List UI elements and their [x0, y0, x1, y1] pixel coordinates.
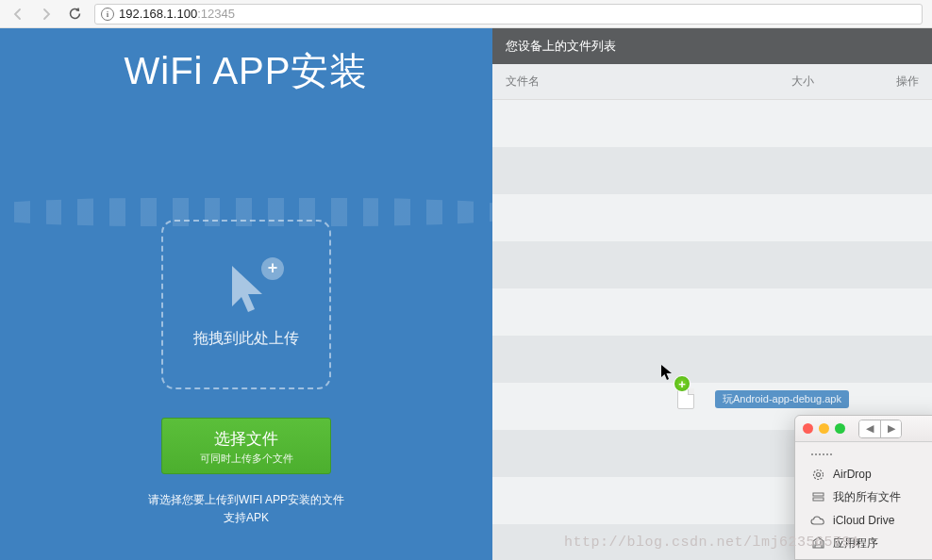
finder-back[interactable]: ◀ — [859, 420, 880, 437]
page-title: WiFi APP安装 — [0, 45, 492, 97]
url-bar[interactable]: i 192.168.1.100:12345 — [94, 4, 923, 25]
url-text: 192.168.1.100:12345 — [119, 7, 235, 21]
select-file-button[interactable]: 选择文件 可同时上传多个文件 — [161, 418, 331, 474]
table-row — [492, 336, 932, 383]
back-button[interactable] — [9, 6, 26, 23]
svg-point-0 — [816, 472, 820, 476]
watermark: http://blog.csdn.net/lmj623565791 — [564, 535, 860, 551]
svg-rect-3 — [813, 498, 824, 501]
select-file-label: 选择文件 — [162, 428, 330, 450]
allfiles-icon — [810, 490, 825, 505]
table-row — [492, 100, 932, 147]
upload-panel: WiFi APP安装 拖拽到此处上传 选择文件 可同时上传多个文件 请选择您要上… — [0, 28, 492, 560]
select-file-sub: 可同时上传多个文件 — [162, 452, 330, 466]
plus-icon — [261, 257, 284, 280]
table-row — [492, 288, 932, 336]
drop-zone[interactable]: 拖拽到此处上传 — [161, 220, 331, 389]
sidebar-item-allfiles[interactable]: 我的所有文件 — [795, 486, 932, 509]
dragged-file[interactable]: 玩Android-app-debug.apk — [677, 388, 849, 409]
traffic-min[interactable] — [819, 423, 829, 434]
drop-text: 拖拽到此处上传 — [193, 329, 299, 349]
col-operation: 操作 — [862, 74, 919, 90]
finder-truncated: ⋯⋯ — [795, 446, 932, 463]
traffic-max[interactable] — [835, 423, 845, 434]
upload-cursor-icon — [218, 261, 275, 318]
reload-button[interactable] — [66, 6, 83, 23]
dragged-file-name: 玩Android-app-debug.apk — [715, 390, 849, 408]
forward-button[interactable] — [38, 6, 55, 23]
svg-rect-2 — [813, 493, 824, 496]
col-size: 大小 — [791, 74, 862, 90]
table-row — [492, 194, 932, 241]
finder-titlebar[interactable]: ◀ ▶ — [795, 416, 932, 442]
drag-add-badge: + — [674, 375, 691, 392]
page-content: WiFi APP安装 拖拽到此处上传 选择文件 可同时上传多个文件 请选择您要上… — [0, 28, 932, 560]
sidebar-item-icloud[interactable]: iCloud Drive — [795, 509, 932, 532]
sidebar-item-label: AirDrop — [833, 468, 872, 481]
table-header: 文件名 大小 操作 — [492, 64, 932, 100]
file-list-header: 您设备上的文件列表 — [492, 28, 932, 64]
finder-forward[interactable]: ▶ — [880, 420, 901, 437]
cloud-icon — [810, 513, 825, 528]
svg-point-1 — [813, 469, 823, 479]
sidebar-item-label: 我的所有文件 — [833, 489, 901, 505]
table-row — [492, 241, 932, 288]
upload-hint: 请选择您要上传到WIFI APP安装的文件 支持APK — [0, 491, 492, 527]
traffic-close[interactable] — [803, 423, 813, 434]
airdrop-icon — [810, 467, 825, 482]
sidebar-item-airdrop[interactable]: AirDrop — [795, 463, 932, 486]
browser-toolbar: i 192.168.1.100:12345 — [0, 0, 932, 28]
table-row — [492, 147, 932, 194]
sidebar-item-label: iCloud Drive — [833, 514, 894, 527]
col-filename: 文件名 — [506, 74, 791, 90]
mouse-cursor-icon — [660, 364, 674, 381]
info-icon[interactable]: i — [101, 8, 114, 21]
finder-nav: ◀ ▶ — [858, 420, 902, 438]
